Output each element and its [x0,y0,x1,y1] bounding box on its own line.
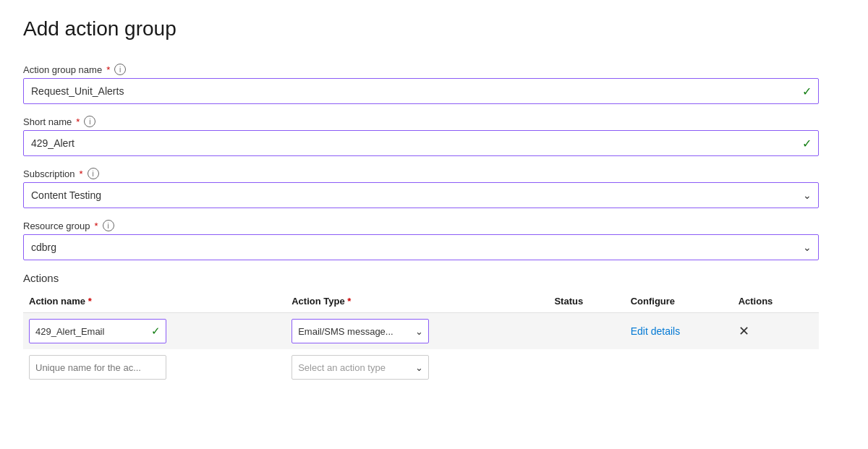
col-header-action-type: Action Type * [286,290,548,313]
short-name-check-icon: ✓ [802,137,812,150]
col-header-status: Status [548,290,624,313]
new-actions-cell [733,349,819,385]
new-action-type-select[interactable]: Select an action type Email/SMS message/… [292,355,429,380]
action-group-name-info-icon[interactable]: i [114,64,126,75]
resource-group-label-text: Resource group [23,221,90,231]
new-action-name-input-wrapper [29,355,166,380]
new-action-type-cell: Select an action type Email/SMS message/… [286,349,548,385]
delete-cell: ✕ [733,313,819,350]
action-group-name-input[interactable] [23,78,819,104]
status-cell [548,313,624,350]
configure-cell: Edit details [625,313,733,350]
subscription-required: * [80,168,83,179]
resource-group-field: Resource group * i cdbrg ⌄ [23,220,819,260]
subscription-select-wrapper: Content Testing ⌄ [23,182,819,208]
edit-details-link[interactable]: Edit details [631,325,680,337]
new-action-name-input[interactable] [29,355,166,380]
actions-table: Action name * Action Type * Status Confi… [23,290,819,385]
new-configure-cell [625,349,733,385]
action-name-input-wrapper: ✓ [29,319,166,343]
actions-section-label: Actions [23,272,819,284]
resource-group-select[interactable]: cdbrg [23,234,819,260]
col-header-configure: Configure [625,290,733,313]
short-name-input[interactable] [23,130,819,156]
short-name-required: * [76,116,80,127]
form-section: Action group name * i ✓ Short name * i ✓… [23,64,819,385]
short-name-input-wrapper: ✓ [23,130,819,156]
short-name-field: Short name * i ✓ [23,116,819,156]
subscription-label-text: Subscription [23,168,75,179]
page-title: Add action group [23,17,845,40]
table-row-new: Select an action type Email/SMS message/… [23,349,819,385]
action-name-check-icon: ✓ [151,325,161,338]
resource-group-required: * [95,221,98,231]
action-group-name-field: Action group name * i ✓ [23,64,819,104]
action-name-input[interactable] [29,319,166,343]
delete-action-icon[interactable]: ✕ [739,324,749,338]
action-type-cell: Email/SMS message... ⌄ [286,313,548,350]
col-header-action-type-text: Action Type [292,296,344,307]
col-header-action-name: Action name * [23,290,286,313]
action-type-select-wrapper: Email/SMS message... ⌄ [292,319,429,343]
action-group-name-check-icon: ✓ [802,85,812,98]
action-group-name-input-wrapper: ✓ [23,78,819,104]
resource-group-label: Resource group * i [23,220,819,231]
subscription-info-icon[interactable]: i [88,168,99,179]
actions-table-body: ✓ Email/SMS message... ⌄ Edit deta [23,313,819,386]
new-status-cell [548,349,624,385]
actions-section: Actions Action name * Action Type * Stat… [23,272,819,385]
resource-group-info-icon[interactable]: i [103,220,114,231]
new-action-type-select-wrapper: Select an action type Email/SMS message/… [292,355,429,380]
table-row: ✓ Email/SMS message... ⌄ Edit deta [23,313,819,350]
subscription-select[interactable]: Content Testing [23,182,819,208]
col-header-actions: Actions [733,290,819,313]
new-action-name-cell [23,349,286,385]
action-type-select[interactable]: Email/SMS message... [292,319,429,343]
actions-table-header-row: Action name * Action Type * Status Confi… [23,290,819,313]
col-header-action-name-required: * [88,296,92,307]
short-name-info-icon[interactable]: i [84,116,95,127]
action-group-name-required: * [106,64,110,75]
action-name-cell: ✓ [23,313,286,350]
subscription-field: Subscription * i Content Testing ⌄ [23,168,819,208]
short-name-label: Short name * i [23,116,819,127]
col-header-action-name-text: Action name [29,296,85,307]
col-header-action-type-required: * [347,296,351,307]
resource-group-select-wrapper: cdbrg ⌄ [23,234,819,260]
subscription-label: Subscription * i [23,168,819,179]
short-name-label-text: Short name [23,116,72,127]
actions-table-head: Action name * Action Type * Status Confi… [23,290,819,313]
action-group-name-label-text: Action group name [23,64,102,75]
action-group-name-label: Action group name * i [23,64,819,75]
